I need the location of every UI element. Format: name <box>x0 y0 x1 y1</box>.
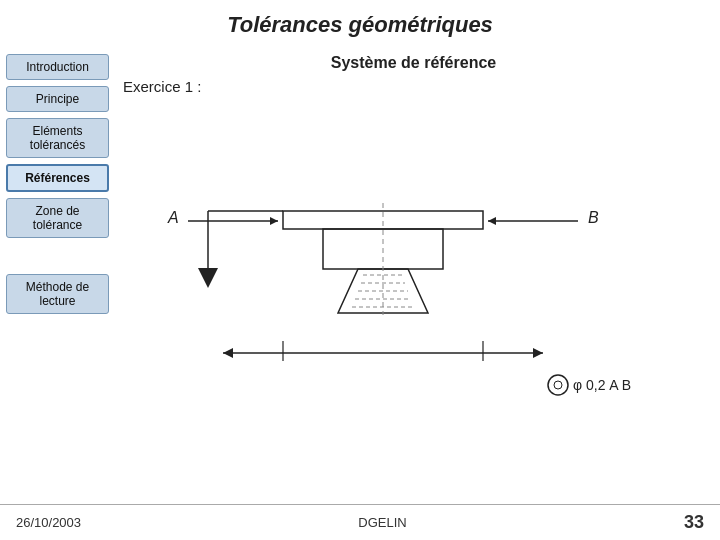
sidebar-item-references[interactable]: Références <box>6 164 109 192</box>
svg-text:B: B <box>588 209 599 226</box>
svg-text:φ 0,2  A  B: φ 0,2 A B <box>573 377 631 393</box>
svg-text:A: A <box>167 209 179 226</box>
system-title: Système de référence <box>123 54 704 72</box>
sidebar: Introduction Principe Eléments tolérancé… <box>0 46 115 498</box>
sidebar-item-zone[interactable]: Zone de tolérance <box>6 198 109 238</box>
footer: 26/10/2003 DGELIN 33 <box>0 504 720 540</box>
sidebar-item-principe[interactable]: Principe <box>6 86 109 112</box>
svg-marker-20 <box>533 348 543 358</box>
sidebar-item-elements[interactable]: Eléments tolérancés <box>6 118 109 158</box>
technical-drawing: A B <box>123 103 704 443</box>
footer-page: 33 <box>684 512 704 533</box>
svg-marker-19 <box>223 348 233 358</box>
drawing-svg: A B <box>123 103 703 433</box>
svg-point-24 <box>554 381 562 389</box>
content-area: Système de référence Exercice 1 : A B <box>115 46 720 498</box>
footer-author: DGELIN <box>358 515 406 530</box>
sidebar-item-introduction[interactable]: Introduction <box>6 54 109 80</box>
sidebar-item-methode[interactable]: Méthode de lecture <box>6 274 109 314</box>
svg-marker-15 <box>198 268 218 288</box>
page-title: Tolérances géométriques <box>0 0 720 46</box>
svg-marker-3 <box>270 217 278 225</box>
svg-marker-5 <box>488 217 496 225</box>
footer-date: 26/10/2003 <box>16 515 81 530</box>
exercise-label: Exercice 1 : <box>123 78 704 95</box>
svg-point-23 <box>548 375 568 395</box>
